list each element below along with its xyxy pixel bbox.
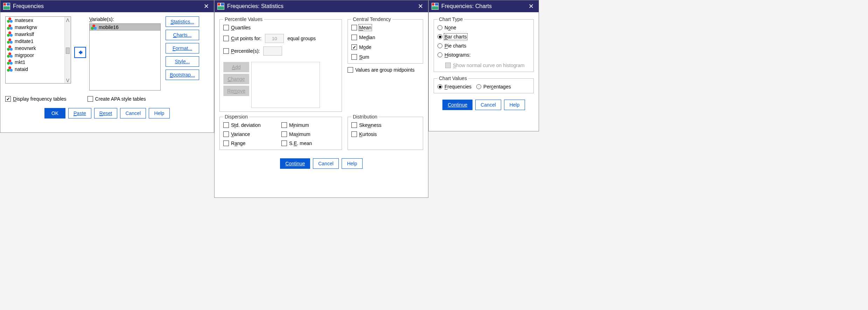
frequencies-statistics-dialog: Frequencies: Statistics ✕ Percentile Val…: [214, 0, 428, 198]
percentile-input[interactable]: [263, 46, 282, 56]
list-item[interactable]: nataid: [6, 66, 71, 73]
variable-icon: [91, 24, 97, 30]
continue-button[interactable]: Continue: [442, 100, 472, 110]
svg-rect-2: [7, 3, 10, 6]
group-label: Chart Type: [438, 16, 464, 22]
group-label: Chart Values: [438, 75, 468, 81]
chart-none-radio[interactable]: None: [438, 25, 530, 30]
dialog-title: Frequencies: Charts: [441, 3, 525, 9]
cancel-button[interactable]: Cancel: [313, 158, 339, 169]
ok-button[interactable]: OK: [44, 108, 65, 118]
format-button[interactable]: Format...: [166, 43, 199, 53]
scroll-thumb[interactable]: [66, 48, 70, 54]
variable-icon: [7, 45, 13, 51]
variable-icon: [7, 59, 13, 65]
scrollbar[interactable]: ⋀ ⋁: [64, 17, 71, 83]
std-deviation-checkbox[interactable]: Std. deviation: [223, 122, 280, 128]
chart-bar-radio[interactable]: Bar charts: [438, 34, 530, 39]
help-button[interactable]: Help: [504, 100, 525, 110]
display-frequency-tables-checkbox[interactable]: Display frequency tables: [5, 96, 66, 102]
percentile-values-group: Percentile Values Quartiles Cut points f…: [219, 16, 342, 112]
create-apa-tables-checkbox[interactable]: Create APA style tables: [88, 96, 146, 102]
values-percentages-radio[interactable]: Percentages: [476, 84, 511, 89]
close-icon[interactable]: ✕: [201, 0, 212, 12]
help-button[interactable]: Help: [149, 108, 170, 118]
list-item[interactable]: mkt1: [6, 59, 71, 66]
paste-button[interactable]: Paste: [68, 108, 91, 118]
list-item[interactable]: meovrwrk: [6, 45, 71, 52]
variable-name: meovrwrk: [15, 45, 36, 51]
source-variable-list[interactable]: matesexmawrkgrwmawrkslfmditate1meovrwrkm…: [5, 16, 71, 84]
variable-icon: [7, 31, 13, 37]
cutpoints-input[interactable]: [265, 34, 284, 43]
svg-rect-10: [435, 3, 438, 6]
median-checkbox[interactable]: Median: [351, 35, 419, 40]
bootstrap-button[interactable]: Bootstrap...: [166, 70, 199, 80]
variable-name: nataid: [15, 66, 28, 72]
variable-icon: [7, 52, 13, 58]
group-label: Distribution: [351, 114, 379, 120]
reset-button[interactable]: Reset: [94, 108, 118, 118]
move-variable-button[interactable]: [74, 47, 86, 58]
chart-type-group: Chart Type None Bar charts Pie charts Hi…: [434, 16, 534, 72]
group-midpoints-checkbox[interactable]: Values are group midpoints: [348, 67, 423, 73]
list-item[interactable]: migrpoor: [6, 52, 71, 59]
dispersion-group: Dispersion Std. deviation Minimum Varian…: [219, 114, 342, 150]
cutpoints-checkbox[interactable]: Cut points for: equal groups: [223, 34, 338, 43]
chart-pie-radio[interactable]: Pie charts: [438, 43, 530, 49]
frequencies-charts-dialog: Frequencies: Charts ✕ Chart Type None Ba…: [428, 0, 539, 131]
variable-name: mobile16: [99, 24, 119, 30]
variable-name: migrpoor: [15, 52, 34, 58]
list-item[interactable]: matesex: [6, 17, 71, 24]
app-icon: [3, 3, 10, 10]
titlebar: Frequencies: Statistics ✕: [215, 0, 428, 12]
se-mean-checkbox[interactable]: S.E. mean: [281, 140, 338, 146]
list-item[interactable]: mawrkgrw: [6, 24, 71, 31]
close-icon[interactable]: ✕: [525, 0, 537, 12]
list-item[interactable]: mobile16: [90, 24, 160, 31]
arrow-left-icon: [77, 49, 83, 56]
minimum-checkbox[interactable]: Minimum: [281, 122, 338, 128]
skewness-checkbox[interactable]: Skewness: [351, 122, 419, 128]
statistics-button[interactable]: Statistics...: [166, 16, 199, 27]
quartiles-checkbox[interactable]: Quartiles: [223, 25, 338, 30]
style-button[interactable]: Style...: [166, 56, 199, 67]
charts-button[interactable]: Charts...: [166, 30, 199, 40]
cancel-button[interactable]: Cancel: [475, 100, 501, 110]
target-variable-list[interactable]: mobile16: [89, 23, 161, 91]
percentiles-checkbox[interactable]: Percentile(s):: [223, 46, 338, 56]
group-label: Dispersion: [223, 114, 249, 120]
range-checkbox[interactable]: Range: [223, 140, 280, 146]
values-frequencies-radio[interactable]: Frequencies: [438, 84, 471, 89]
help-button[interactable]: Help: [342, 158, 363, 169]
variable-icon: [7, 66, 13, 72]
svg-rect-11: [432, 6, 438, 9]
titlebar: Frequencies: Charts ✕: [429, 0, 539, 12]
svg-rect-9: [432, 3, 434, 6]
close-icon[interactable]: ✕: [415, 0, 426, 12]
show-normal-curve-checkbox: Show normal curve on histogram: [445, 63, 530, 68]
dialog-title: Frequencies: Statistics: [227, 3, 415, 9]
dialog-title: Frequencies: [13, 3, 201, 9]
svg-rect-6: [221, 3, 224, 6]
frequencies-dialog: Frequencies ✕ matesexmawrkgrwmawrkslfmdi…: [0, 0, 214, 133]
variable-icon: [7, 17, 13, 23]
maximum-checkbox[interactable]: Maximum: [281, 131, 338, 137]
scroll-down-icon[interactable]: ⋁: [65, 77, 71, 83]
cancel-button[interactable]: Cancel: [120, 108, 146, 118]
sum-checkbox[interactable]: Sum: [351, 54, 419, 60]
list-item[interactable]: mditate1: [6, 38, 71, 45]
variable-name: mditate1: [15, 38, 34, 44]
kurtosis-checkbox[interactable]: Kurtosis: [351, 131, 419, 137]
scroll-up-icon[interactable]: ⋀: [65, 17, 71, 23]
percentile-list[interactable]: [251, 62, 320, 108]
variance-checkbox[interactable]: Variance: [223, 131, 280, 137]
svg-rect-5: [218, 3, 220, 6]
app-icon: [432, 3, 439, 10]
list-item[interactable]: mawrkslf: [6, 31, 71, 38]
continue-button[interactable]: Continue: [280, 158, 310, 169]
mode-checkbox[interactable]: Mode: [351, 44, 419, 50]
mean-checkbox[interactable]: Mean: [351, 25, 419, 30]
svg-rect-1: [4, 3, 6, 6]
chart-hist-radio[interactable]: Histograms:: [438, 52, 530, 58]
